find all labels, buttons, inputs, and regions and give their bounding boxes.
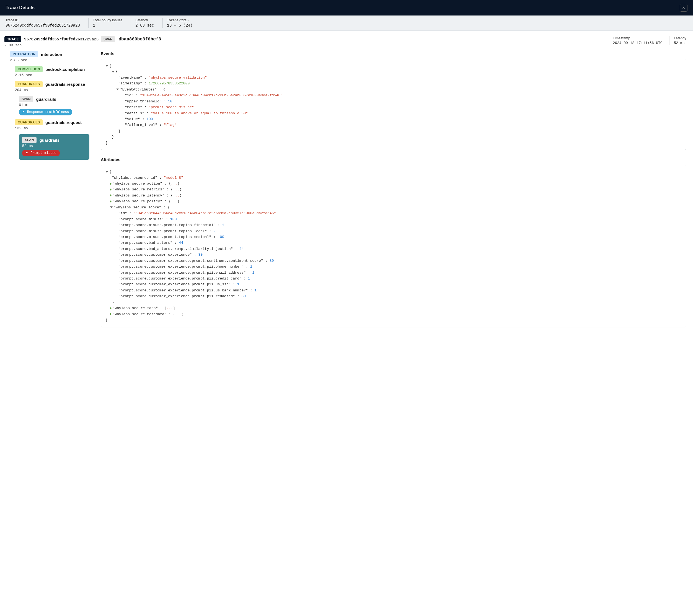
- flag-icon: [22, 111, 25, 114]
- tree-time: 2.83 sec: [4, 43, 90, 47]
- badge-guardrails: GUARDRAILS: [15, 81, 43, 87]
- tree-guardrails-response[interactable]: GUARDRAILS guardrails.response 204 ms: [15, 81, 90, 92]
- main-timestamp: Timestamp 2024-09-18 17:11:56 UTC: [613, 36, 662, 45]
- infobar-trace-id: Trace ID 9676249cddfd3657f90fed2631729a2…: [5, 18, 80, 28]
- json-key: "id": [118, 211, 127, 215]
- tree-time: 2.83 sec: [10, 58, 90, 62]
- close-button[interactable]: [680, 4, 688, 12]
- flag-icon: [25, 151, 29, 155]
- page-title: Trace Details: [5, 5, 35, 11]
- events-title: Events: [101, 51, 686, 56]
- tree-guardrails-request[interactable]: GUARDRAILS guardrails.request 132 ms: [15, 119, 90, 130]
- tree-item-title: bedrock.completion: [45, 67, 85, 72]
- caret-down-icon[interactable]: [116, 88, 119, 90]
- json-number: 1: [250, 264, 252, 269]
- caret-right-icon[interactable]: [110, 188, 112, 191]
- attributes-json[interactable]: { "whylabs.resource_id" : "model-8" "why…: [101, 165, 686, 327]
- events-json[interactable]: [ { "EventName" : "whylabs.secure.valida…: [101, 59, 686, 150]
- pill-prompt-misuse[interactable]: Prompt misuse: [22, 150, 60, 156]
- json-number: 100: [170, 217, 177, 221]
- badge-span: SPAN: [101, 36, 115, 42]
- json-number: 1: [254, 289, 257, 293]
- json-key: "whylabs.secure.latency": [113, 194, 164, 198]
- caret-right-icon[interactable]: [110, 194, 112, 197]
- json-number: 100: [218, 235, 224, 239]
- tree-time: 2.15 sec: [15, 73, 90, 77]
- badge-interaction: INTERACTION: [10, 51, 38, 57]
- mh-value: 2024-09-18 17:11:56 UTC: [613, 41, 662, 45]
- json-key: "prompt.score.misuse": [118, 217, 164, 221]
- tree-completion[interactable]: COMPLETION bedrock.completion 2.15 sec: [15, 66, 90, 77]
- tree-time: 52 ms: [22, 144, 86, 148]
- json-string: "whylabs.secure.validation": [148, 76, 207, 80]
- json-key: "whylabs.secure.tags": [113, 306, 158, 310]
- badge-trace: TRACE: [4, 36, 21, 42]
- caret-right-icon[interactable]: [110, 307, 112, 310]
- caret-down-icon[interactable]: [105, 65, 108, 67]
- json-key: "whylabs.secure.score": [114, 205, 161, 210]
- mh-label: Timestamp: [613, 36, 662, 40]
- tree-item-title: guardrails.request: [45, 120, 82, 125]
- main-panel: SPAN dbaa860be3f6bcf3 Timestamp 2024-09-…: [94, 31, 693, 616]
- mh-label: Latency: [674, 36, 686, 40]
- json-key: "whylabs.secure.metadata": [113, 312, 166, 316]
- main-latency: Latency 52 ms: [669, 36, 686, 45]
- mh-value: 52 ms: [674, 41, 686, 45]
- badge-span: SPAN: [22, 137, 37, 143]
- infobar-label: Latency: [135, 18, 154, 22]
- tree-item-title: guardrails.response: [45, 82, 85, 86]
- json-key: "prompt.score.customer_experience.prompt…: [118, 276, 242, 281]
- json-number: 89: [270, 259, 274, 263]
- infobar-value: 9676249cddfd3657f90fed2631729a23: [5, 23, 80, 28]
- infobar: Trace ID 9676249cddfd3657f90fed2631729a2…: [0, 16, 693, 31]
- infobar-value: 18 → 6 (24): [167, 23, 193, 28]
- tree-item-title: guardrails: [39, 138, 60, 142]
- json-key: "prompt.score.customer_experience": [118, 253, 192, 257]
- badge-guardrails: GUARDRAILS: [15, 119, 43, 125]
- json-key: "metric": [125, 105, 142, 109]
- tree-trace-id: 9676249cddfd3657f90fed2631729a23: [24, 37, 99, 41]
- badge-span: SPAN: [19, 96, 33, 102]
- pill-label: Response truthfulness: [27, 110, 69, 114]
- infobar-label: Tokens (total): [167, 18, 193, 22]
- pill-label: Prompt misuse: [31, 151, 57, 155]
- json-key: "whylabs.resource_id": [112, 176, 157, 180]
- infobar-value: 2.83 sec: [135, 23, 154, 28]
- trace-tree: TRACE 9676249cddfd3657f90fed2631729a23 2…: [0, 31, 94, 616]
- json-key: "EventName": [118, 76, 142, 80]
- main-header: SPAN dbaa860be3f6bcf3 Timestamp 2024-09-…: [101, 36, 686, 45]
- tree-span-guardrails-selected[interactable]: SPAN guardrails 52 ms Prompt misuse: [19, 134, 90, 160]
- caret-right-icon[interactable]: [110, 313, 112, 316]
- json-key: "details": [125, 111, 144, 115]
- json-string: "1349c58e0445056e43c2c513a46c04cb17c2c6b…: [140, 93, 282, 97]
- json-number: 30: [242, 294, 246, 298]
- json-key: "prompt.score.customer_experience.prompt…: [118, 271, 246, 275]
- pill-response-truthfulness[interactable]: Response truthfulness: [19, 109, 72, 115]
- caret-down-icon[interactable]: [112, 71, 115, 73]
- json-number: 2: [213, 229, 216, 233]
- infobar-label: Trace ID: [5, 18, 80, 22]
- tree-trace[interactable]: TRACE 9676249cddfd3657f90fed2631729a23 2…: [4, 36, 90, 47]
- json-number: 44: [179, 241, 183, 245]
- tree-span-guardrails-1[interactable]: SPAN guardrails 61 ms Response truthfuln…: [19, 96, 90, 115]
- json-string: "flag": [164, 123, 177, 127]
- caret-right-icon[interactable]: [110, 182, 112, 185]
- tree-interaction[interactable]: INTERACTION interaction 2.83 sec: [10, 51, 90, 62]
- json-key: "upper_threshold": [125, 99, 162, 103]
- caret-down-icon[interactable]: [105, 171, 108, 173]
- infobar-tokens: Tokens (total) 18 → 6 (24): [162, 18, 193, 28]
- json-number: 44: [239, 247, 244, 251]
- caret-right-icon[interactable]: [110, 200, 112, 203]
- json-key: "prompt.score.customer_experience.prompt…: [118, 264, 243, 269]
- json-number: 100: [146, 117, 153, 121]
- json-key: "prompt.score.misuse.prompt.topics.medic…: [118, 235, 211, 239]
- badge-completion: COMPLETION: [15, 66, 43, 72]
- json-key: "prompt.score.bad_actors": [118, 241, 173, 245]
- json-string: "prompt.score.misuse": [148, 105, 194, 109]
- span-id: dbaa860be3f6bcf3: [118, 37, 161, 42]
- json-number: 1: [222, 223, 224, 227]
- caret-down-icon[interactable]: [110, 206, 113, 208]
- json-key: "prompt.score.bad_actors.prompt.similari…: [118, 247, 233, 251]
- json-key: "prompt.score.customer_experience.prompt…: [118, 259, 263, 263]
- json-number: 1: [248, 276, 250, 281]
